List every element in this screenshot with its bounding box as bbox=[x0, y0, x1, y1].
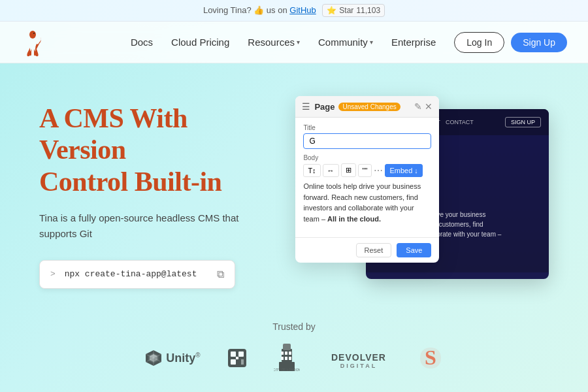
cms-panel-header-left: ☰ Page Unsaved Changes bbox=[302, 101, 400, 112]
hero-demo: ☰ Page Unsaved Changes ✎ ✕ Title Body T↕… bbox=[295, 96, 549, 272]
svg-text:DIGITAL: DIGITAL bbox=[340, 363, 377, 369]
svg-rect-20 bbox=[285, 351, 287, 355]
italic-button[interactable]: ↔ bbox=[323, 164, 339, 177]
nav-resources[interactable]: Resources ▾ bbox=[240, 33, 308, 52]
svg-rect-23 bbox=[285, 357, 287, 360]
devolver-logo: DEVOLVER DIGITAL bbox=[326, 346, 391, 370]
svg-rect-19 bbox=[281, 351, 284, 355]
cms-panel-header: ☰ Page Unsaved Changes ✎ ✕ bbox=[295, 96, 439, 118]
svg-rect-21 bbox=[289, 351, 291, 355]
unity-cube-icon bbox=[144, 349, 163, 367]
unity-logo: Unity® bbox=[144, 349, 200, 367]
trusted-label: Trusted by bbox=[0, 321, 588, 332]
login-button[interactable]: Log In bbox=[454, 32, 504, 53]
title-input[interactable] bbox=[303, 133, 431, 149]
cms-page-title: Page bbox=[314, 102, 335, 112]
devolver-icon: DEVOLVER DIGITAL bbox=[326, 346, 391, 370]
editor-toolbar: T↕ ↔ ⊞ "" ⋯ Embed ↓ bbox=[303, 163, 431, 177]
cms-panel-body: Title Body T↕ ↔ ⊞ "" ⋯ Embed ↓ Online to… bbox=[295, 118, 439, 237]
navbar: Docs Cloud Pricing Resources ▾ Community… bbox=[0, 22, 588, 63]
hero-description: Tina is a fully open-source headless CMS… bbox=[39, 210, 248, 242]
star-label: Star bbox=[339, 6, 353, 15]
trusted-section: Trusted by Unity® bbox=[0, 308, 588, 373]
close-icon[interactable]: ✕ bbox=[425, 101, 433, 112]
cms-panel-footer: Reset Save bbox=[295, 237, 439, 263]
save-button[interactable]: Save bbox=[397, 243, 431, 257]
svg-rect-24 bbox=[289, 357, 291, 360]
unsaved-badge: Unsaved Changes bbox=[338, 103, 400, 111]
code-block: > npx create-tina-app@latest ⧉ bbox=[39, 260, 235, 289]
nav-cloud-pricing[interactable]: Cloud Pricing bbox=[163, 33, 237, 52]
nav-links: Docs Cloud Pricing Resources ▾ Community… bbox=[123, 33, 444, 52]
nav-enterprise[interactable]: Enterprise bbox=[384, 33, 444, 52]
logos-row: Unity® bbox=[0, 344, 588, 373]
copy-icon[interactable]: ⧉ bbox=[217, 269, 224, 280]
cms-editor-panel: ☰ Page Unsaved Changes ✎ ✕ Title Body T↕… bbox=[295, 96, 439, 263]
hero-text: A CMS With VersionControl Built-in Tina … bbox=[39, 96, 269, 289]
svg-rect-15 bbox=[241, 359, 244, 365]
hero-section: A CMS With VersionControl Built-in Tina … bbox=[0, 63, 588, 308]
banner-text: Loving Tina? 👍 us on bbox=[203, 5, 289, 15]
embed-button[interactable]: Embed ↓ bbox=[385, 164, 422, 177]
signup-button[interactable]: Sign Up bbox=[511, 33, 567, 52]
nav-community[interactable]: Community ▾ bbox=[310, 33, 381, 52]
smashing-logo: S bbox=[417, 345, 444, 371]
svg-point-0 bbox=[29, 31, 36, 39]
tina-logo bbox=[21, 28, 44, 57]
unity-name: Unity® bbox=[166, 351, 200, 365]
svg-rect-13 bbox=[231, 359, 236, 365]
svg-rect-18 bbox=[283, 344, 291, 350]
title-field-label: Title bbox=[303, 124, 431, 131]
star-icon: ⭐ bbox=[327, 6, 336, 15]
star-count: 11,103 bbox=[356, 6, 380, 15]
code-prefix: > bbox=[50, 269, 56, 279]
github-link[interactable]: GitHub bbox=[289, 5, 316, 15]
preview-nav-contact: CONTACT bbox=[446, 119, 474, 125]
nav-cta: Log In Sign Up bbox=[454, 32, 567, 53]
more-options-icon[interactable]: ⋯ bbox=[374, 165, 383, 176]
top-banner: Loving Tina? 👍 us on GitHub ⭐ Star 11,10… bbox=[0, 0, 588, 22]
hero-title: A CMS With VersionControl Built-in bbox=[39, 103, 269, 197]
logo-area[interactable] bbox=[21, 28, 44, 57]
body-content: Online tools help drive your business fo… bbox=[303, 181, 431, 224]
city-london-logo: CITY OF LONDON bbox=[274, 344, 300, 373]
svg-rect-11 bbox=[231, 351, 236, 357]
svg-rect-22 bbox=[281, 357, 284, 360]
image-button[interactable]: ⊞ bbox=[341, 163, 356, 177]
bold-button[interactable]: T↕ bbox=[303, 164, 320, 177]
npm-logo bbox=[227, 348, 248, 368]
code-text: > npx create-tina-app@latest bbox=[50, 269, 197, 279]
hamburger-icon[interactable]: ☰ bbox=[302, 101, 310, 112]
chevron-down-icon: ▾ bbox=[297, 39, 300, 46]
svg-rect-14 bbox=[236, 357, 238, 359]
smashing-icon: S bbox=[417, 345, 444, 371]
svg-text:DEVOLVER: DEVOLVER bbox=[331, 352, 386, 363]
svg-rect-12 bbox=[238, 351, 244, 357]
github-star-badge[interactable]: ⭐ Star 11,103 bbox=[322, 4, 385, 17]
npm-box-icon bbox=[227, 348, 248, 368]
body-field-label: Body bbox=[303, 154, 431, 161]
cms-panel-header-right: ✎ ✕ bbox=[414, 101, 433, 112]
reset-button[interactable]: Reset bbox=[356, 243, 392, 257]
svg-text:S: S bbox=[425, 346, 436, 369]
city-london-icon: CITY OF LONDON bbox=[274, 344, 300, 373]
quote-button[interactable]: "" bbox=[358, 164, 372, 177]
svg-text:CITY OF LONDON: CITY OF LONDON bbox=[274, 368, 300, 372]
svg-point-1 bbox=[33, 33, 35, 34]
edit-icon[interactable]: ✎ bbox=[414, 101, 422, 112]
code-command: npx create-tina-app@latest bbox=[65, 269, 197, 279]
preview-signup-button[interactable]: SIGN UP bbox=[505, 117, 541, 127]
chevron-down-icon: ▾ bbox=[370, 39, 373, 46]
nav-docs[interactable]: Docs bbox=[123, 33, 161, 52]
